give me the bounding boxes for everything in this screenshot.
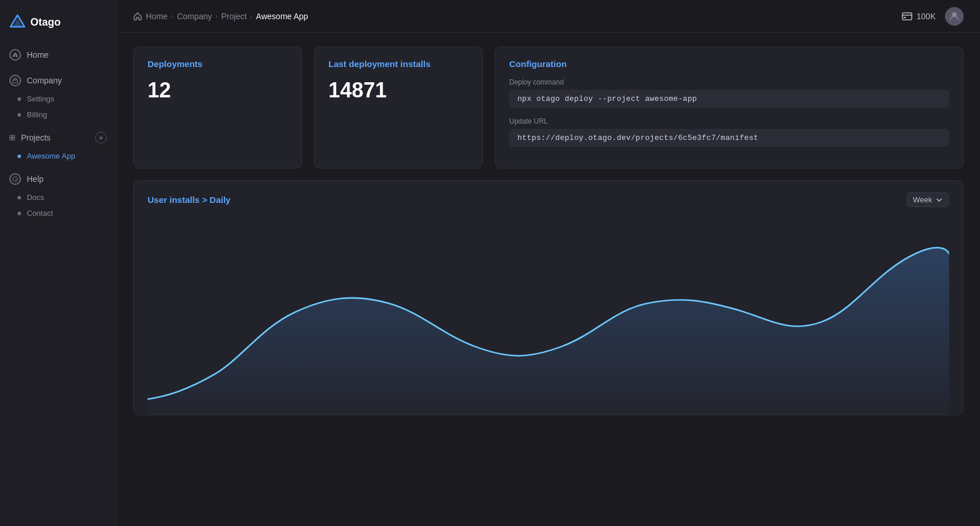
awesome-app-label: Awesome App bbox=[27, 152, 75, 160]
billing-label: Billing bbox=[27, 110, 47, 119]
breadcrumb-sep-2: › bbox=[215, 12, 218, 20]
breadcrumb-project[interactable]: Project bbox=[221, 12, 247, 21]
sidebar-item-contact[interactable]: Contact bbox=[0, 205, 116, 221]
home-icon bbox=[9, 49, 21, 61]
user-avatar[interactable] bbox=[945, 7, 964, 26]
sidebar-item-awesome-app[interactable]: Awesome App bbox=[0, 148, 116, 164]
dot-icon bbox=[18, 196, 21, 199]
otago-logo-icon bbox=[9, 14, 26, 30]
add-project-button[interactable]: + bbox=[95, 132, 107, 143]
breadcrumb-company[interactable]: Company bbox=[177, 12, 212, 21]
chart-title: User installs > Daily bbox=[148, 195, 230, 205]
settings-label: Settings bbox=[27, 94, 54, 103]
header: Home › Company › Project › Awesome App 1… bbox=[117, 0, 980, 33]
deploy-command-value[interactable]: npx otago deploy --project awesome-app bbox=[509, 90, 949, 108]
svg-rect-11 bbox=[904, 17, 906, 18]
last-deployment-card: Last deployment installs 14871 bbox=[314, 47, 483, 169]
credit-icon bbox=[901, 10, 913, 22]
sidebar-section-company: Company Settings Billing bbox=[0, 70, 116, 122]
credit-value: 100K bbox=[916, 12, 936, 21]
cards-row: Deployments 12 Last deployment installs … bbox=[133, 47, 964, 169]
home-breadcrumb-icon bbox=[133, 12, 142, 21]
svg-rect-10 bbox=[902, 13, 912, 20]
breadcrumb: Home › Company › Project › Awesome App bbox=[133, 12, 308, 21]
contact-label: Contact bbox=[27, 209, 53, 218]
sidebar-item-help[interactable]: ? Help bbox=[0, 169, 116, 190]
last-deployment-title: Last deployment installs bbox=[328, 59, 468, 69]
breadcrumb-sep-1: › bbox=[171, 12, 173, 20]
breadcrumb-sep-3: › bbox=[250, 12, 253, 20]
configuration-title: Configuration bbox=[509, 59, 949, 69]
company-icon bbox=[9, 75, 21, 86]
configuration-card: Configuration Deploy command npx otago d… bbox=[495, 47, 964, 169]
sidebar: Otago Home Company Settings bbox=[0, 0, 117, 526]
svg-rect-7 bbox=[13, 138, 15, 141]
sidebar-section-projects: Projects + Awesome App bbox=[0, 127, 116, 164]
dot-icon bbox=[18, 113, 21, 117]
svg-text:?: ? bbox=[15, 178, 17, 181]
deployments-card: Deployments 12 bbox=[133, 47, 302, 169]
last-deployment-value: 14871 bbox=[328, 78, 468, 103]
chart-svg bbox=[148, 216, 949, 415]
header-right: 100K bbox=[901, 7, 964, 26]
sidebar-item-home[interactable]: Home bbox=[0, 44, 116, 65]
projects-icon bbox=[9, 133, 15, 142]
sidebar-logo[interactable]: Otago bbox=[0, 9, 116, 44]
chart-card: User installs > Daily Week bbox=[133, 180, 964, 415]
dot-icon bbox=[18, 212, 21, 215]
period-select[interactable]: Week bbox=[907, 192, 949, 207]
home-label: Home bbox=[27, 50, 48, 59]
sidebar-item-company[interactable]: Company bbox=[0, 70, 116, 91]
sidebar-item-docs[interactable]: Docs bbox=[0, 190, 116, 205]
breadcrumb-home[interactable]: Home bbox=[146, 12, 167, 21]
sidebar-item-settings[interactable]: Settings bbox=[0, 91, 116, 107]
chart-header: User installs > Daily Week bbox=[148, 192, 949, 207]
svg-rect-3 bbox=[14, 78, 16, 80]
credit-badge: 100K bbox=[901, 10, 936, 22]
breadcrumb-app[interactable]: Awesome App bbox=[256, 12, 308, 21]
company-label: Company bbox=[27, 76, 62, 85]
svg-rect-5 bbox=[13, 135, 15, 138]
sidebar-section-home: Home bbox=[0, 44, 116, 65]
deployments-value: 12 bbox=[148, 78, 288, 103]
app-name: Otago bbox=[30, 16, 61, 29]
chart-container bbox=[148, 216, 949, 415]
deploy-command-label: Deploy command bbox=[509, 78, 949, 86]
period-value: Week bbox=[913, 195, 932, 204]
content-area: Deployments 12 Last deployment installs … bbox=[117, 33, 980, 526]
dot-icon bbox=[18, 97, 21, 101]
svg-rect-6 bbox=[10, 138, 12, 141]
sidebar-item-projects[interactable]: Projects + bbox=[0, 127, 116, 148]
svg-rect-4 bbox=[10, 135, 12, 138]
svg-rect-2 bbox=[13, 80, 18, 83]
sidebar-item-billing[interactable]: Billing bbox=[0, 107, 116, 122]
dot-active-icon bbox=[18, 155, 21, 158]
main-area: Home › Company › Project › Awesome App 1… bbox=[117, 0, 980, 526]
help-icon: ? bbox=[9, 173, 21, 185]
docs-label: Docs bbox=[27, 193, 44, 202]
update-url-label: Update URL bbox=[509, 117, 949, 125]
update-url-value[interactable]: https://deploy.otago.dev/projects/6c5e3f… bbox=[509, 129, 949, 147]
sidebar-section-help: ? Help Docs Contact bbox=[0, 169, 116, 221]
deployments-title: Deployments bbox=[148, 59, 288, 69]
projects-label: Projects bbox=[21, 133, 51, 142]
help-label: Help bbox=[27, 174, 44, 184]
chevron-down-icon bbox=[936, 197, 943, 204]
